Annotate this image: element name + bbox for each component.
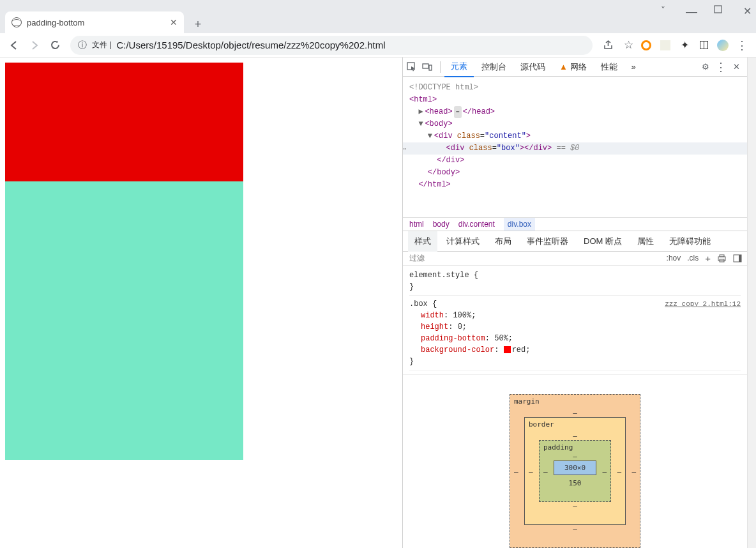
tab-title: padding-bottom (27, 18, 165, 27)
subtab-dom-breakpoints[interactable]: DOM 断点 (577, 231, 628, 252)
rule-element-style[interactable]: element.style { } (409, 270, 741, 296)
subtab-layout[interactable]: 布局 (488, 231, 518, 252)
main-area: 元素 控制台 源代码 ▲ 网络 性能 » ⚙ ⋮ ✕ <!DOCTYPE htm… (0, 57, 756, 548)
browser-tab[interactable]: padding-bottom ✕ (5, 11, 184, 33)
tab-more[interactable]: » (625, 58, 642, 75)
subtab-listeners[interactable]: 事件监听器 (520, 231, 575, 252)
maximize-button[interactable] (714, 5, 724, 19)
crumb-content[interactable]: div.content (458, 220, 495, 229)
crumb-html[interactable]: html (409, 220, 424, 229)
dom-doctype[interactable]: <!DOCTYPE html> (409, 82, 741, 94)
devtools-panel: 元素 控制台 源代码 ▲ 网络 性能 » ⚙ ⋮ ✕ <!DOCTYPE htm… (402, 57, 756, 548)
content-div (5, 63, 243, 460)
subtab-properties[interactable]: 属性 (631, 231, 660, 252)
dom-tree[interactable]: <!DOCTYPE html> <html> ▶<head>⋯</head> ▼… (403, 77, 747, 217)
styles-filter-bar: :hov .cls + (403, 252, 747, 266)
dom-box-line[interactable]: ⋯ <div class="box"></div> == $0 (403, 142, 747, 155)
box-div (5, 63, 243, 181)
hov-toggle[interactable]: :hov (667, 254, 681, 263)
profile-avatar[interactable] (716, 39, 729, 52)
dom-html-close[interactable]: </html> (409, 179, 741, 191)
content-remainder (5, 181, 243, 460)
address-bar[interactable]: ⓘ 文件 | C:/Users/15195/Desktop/object/res… (70, 36, 593, 55)
close-devtools-icon[interactable]: ✕ (729, 62, 743, 72)
tab-network[interactable]: ▲ 网络 (553, 57, 593, 77)
dom-head[interactable]: ▶<head>⋯</head> (409, 106, 741, 118)
svg-rect-3 (429, 65, 432, 70)
url-text: C:/Users/15195/Desktop/object/resume/zzz… (116, 40, 585, 50)
bm-content[interactable]: 300×0 (554, 460, 596, 475)
rendered-page (0, 57, 402, 548)
svg-rect-2 (423, 64, 428, 68)
subtab-accessibility[interactable]: 无障碍功能 (663, 231, 717, 252)
filter-input[interactable] (408, 253, 472, 263)
bm-padding[interactable]: padding – – – 300×0 150 (539, 440, 611, 502)
devtools-scrollbar[interactable] (747, 57, 756, 548)
subtab-styles[interactable]: 样式 (408, 231, 437, 252)
window-controls: ˅ — ✕ (658, 5, 752, 19)
tabstrip: padding-bottom ✕ + (0, 10, 756, 33)
ua-label: 用户代理样式表 (692, 373, 741, 374)
dom-content-open[interactable]: ▼<div class="content"> (409, 130, 741, 142)
rule-box[interactable]: zzz copy 2.html:12 .box { width: 100%; h… (409, 298, 741, 370)
toolbar: ⓘ 文件 | C:/Users/15195/Desktop/object/res… (0, 33, 756, 57)
crumb-body[interactable]: body (433, 220, 450, 229)
globe-icon (11, 17, 22, 27)
back-button[interactable] (5, 36, 23, 54)
url-prefix: 文件 | (92, 40, 111, 50)
forward-button[interactable] (26, 36, 43, 54)
menu-button[interactable]: ⋮ (736, 39, 748, 52)
styles-panel[interactable]: element.style { } zzz copy 2.html:12 .bo… (403, 266, 747, 374)
print-icon[interactable] (717, 254, 727, 263)
titlebar (0, 0, 756, 10)
svg-rect-5 (720, 255, 724, 257)
styles-subtabs: 样式 计算样式 布局 事件监听器 DOM 断点 属性 无障碍功能 (403, 231, 747, 252)
tab-elements[interactable]: 元素 (444, 57, 474, 77)
close-tab-icon[interactable]: ✕ (170, 17, 178, 27)
extensions-icon[interactable]: ✦ (678, 39, 691, 52)
devtools-menu[interactable]: ⋮ (714, 61, 728, 73)
svg-rect-8 (739, 255, 741, 262)
dom-body-open[interactable]: ▼<body> (409, 118, 741, 130)
toggle-side-icon[interactable] (733, 254, 742, 263)
dom-content-close[interactable]: </div> (409, 155, 741, 167)
dom-breadcrumbs: html body div.content div.box (403, 217, 747, 231)
extensions-list: ✦ ⋮ (640, 39, 751, 52)
rule-div-ua[interactable]: 用户代理样式表 div { display: block; } (409, 373, 741, 374)
new-rule-button[interactable]: + (705, 253, 711, 264)
tab-performance[interactable]: 性能 (594, 57, 624, 77)
dom-body-close[interactable]: </body> (409, 167, 741, 179)
share-icon[interactable] (599, 36, 617, 54)
crumb-box[interactable]: div.box (504, 218, 535, 231)
inspect-icon[interactable] (407, 62, 421, 72)
bookmark-icon[interactable]: ☆ (619, 36, 637, 54)
bm-margin[interactable]: margin – – – border – – – padding – – – … (510, 394, 640, 548)
dom-html-open[interactable]: <html> (409, 94, 741, 106)
close-button[interactable]: ✕ (742, 5, 752, 19)
new-tab-button[interactable]: + (189, 15, 207, 33)
tab-sources[interactable]: 源代码 (514, 57, 552, 77)
cls-toggle[interactable]: .cls (687, 254, 699, 263)
side-panel-icon[interactable] (697, 39, 710, 52)
info-icon[interactable]: ⓘ (78, 40, 87, 51)
tab-console[interactable]: 控制台 (475, 57, 513, 77)
chevron-down-icon[interactable]: ˅ (658, 5, 668, 19)
source-link[interactable]: zzz copy 2.html:12 (665, 298, 741, 310)
bm-border[interactable]: border – – – padding – – – 300×0 150 – (524, 417, 626, 525)
gear-icon[interactable]: ⚙ (699, 62, 713, 72)
extension-circle-icon[interactable] (640, 39, 653, 52)
extension-square-icon[interactable] (659, 39, 672, 52)
subtab-computed[interactable]: 计算样式 (440, 231, 486, 252)
device-icon[interactable] (422, 63, 436, 72)
devtools-tabs: 元素 控制台 源代码 ▲ 网络 性能 » ⚙ ⋮ ✕ (403, 57, 747, 77)
svg-rect-0 (714, 6, 722, 13)
box-model-diagram: margin – – – border – – – padding – – – … (403, 374, 747, 548)
minimize-button[interactable]: — (686, 5, 696, 19)
reload-button[interactable] (46, 36, 64, 54)
